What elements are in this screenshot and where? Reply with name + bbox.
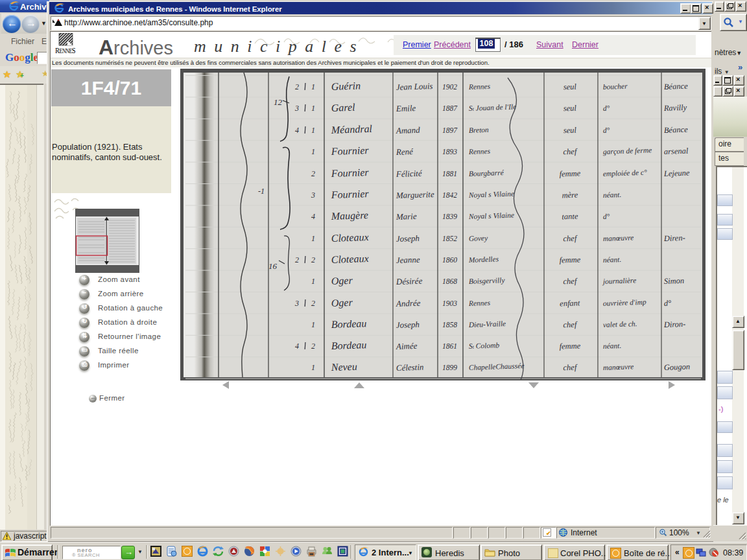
svg-text:chef: chef (563, 147, 578, 157)
svg-text:Jeanne: Jeanne (396, 255, 421, 265)
svg-text:chef: chef (563, 234, 578, 244)
svg-text:Dieu-Vraille: Dieu-Vraille (468, 320, 506, 329)
svg-text:Béance: Béance (664, 82, 689, 91)
svg-text:Félicité: Félicité (396, 169, 423, 179)
svg-text:Béance: Béance (664, 125, 689, 135)
svg-text:1902: 1902 (442, 83, 457, 91)
svg-text:Diron-: Diron- (663, 320, 686, 329)
svg-text:1903: 1903 (442, 299, 457, 307)
svg-text:Neveu: Neveu (331, 361, 358, 373)
svg-text:16: 16 (268, 261, 278, 271)
svg-text:1881: 1881 (442, 170, 457, 178)
svg-text:enfant: enfant (560, 298, 580, 308)
svg-text:2: 2 (311, 255, 315, 264)
svg-text:Garel: Garel (331, 102, 356, 113)
svg-text:2: 2 (295, 82, 299, 91)
svg-text:Simon: Simon (664, 276, 685, 286)
svg-text:boucher: boucher (603, 82, 628, 91)
svg-text:Gougon: Gougon (664, 362, 691, 372)
svg-text:Emile: Emile (396, 103, 416, 113)
svg-text:Mordelles: Mordelles (468, 255, 499, 264)
svg-text:Bordeau: Bordeau (331, 318, 367, 330)
svg-text:1893: 1893 (442, 148, 457, 156)
svg-text:1: 1 (311, 147, 315, 156)
svg-text:2: 2 (295, 255, 299, 264)
svg-text:2: 2 (311, 169, 315, 178)
svg-text:chef: chef (563, 320, 578, 330)
svg-text:d°: d° (603, 126, 610, 134)
svg-text:d°: d° (603, 104, 610, 112)
svg-text:d°: d° (603, 213, 610, 220)
svg-text:Govey: Govey (469, 234, 489, 243)
svg-text:Guérin: Guérin (331, 80, 361, 92)
svg-text:seul: seul (563, 126, 577, 135)
svg-text:1861: 1861 (442, 342, 457, 350)
svg-text:1839: 1839 (442, 213, 457, 220)
svg-text:3: 3 (311, 191, 315, 200)
svg-text:1: 1 (311, 320, 315, 329)
svg-text:Cloteaux: Cloteaux (331, 231, 369, 244)
svg-text:Oger: Oger (331, 297, 353, 309)
svg-text:4: 4 (295, 342, 299, 351)
svg-text:1: 1 (311, 126, 315, 135)
svg-text:Bordeau: Bordeau (331, 339, 367, 351)
svg-text:1842: 1842 (442, 191, 457, 199)
svg-text:tante: tante (562, 212, 578, 222)
svg-text:-1: -1 (258, 187, 265, 196)
svg-text:manœuvre: manœuvre (603, 233, 634, 242)
svg-text:chef: chef (563, 363, 578, 373)
svg-text:femme: femme (559, 169, 581, 178)
svg-text:arsenal: arsenal (664, 146, 689, 156)
svg-text:3: 3 (294, 104, 299, 113)
svg-text:1: 1 (311, 363, 315, 372)
svg-text:Oger: Oger (331, 275, 353, 287)
svg-text:Rennes: Rennes (468, 147, 491, 156)
svg-text:1887: 1887 (442, 104, 458, 112)
svg-text:Ravilly: Ravilly (663, 103, 687, 113)
svg-text:seul: seul (563, 104, 577, 113)
svg-text:2: 2 (311, 299, 315, 308)
svg-text:Rennes: Rennes (468, 82, 491, 91)
svg-text:valet de ch.: valet de ch. (603, 320, 637, 329)
svg-text:1858: 1858 (442, 321, 457, 329)
svg-text:femme: femme (559, 341, 581, 351)
svg-text:seul: seul (563, 82, 577, 92)
svg-text:3: 3 (294, 299, 299, 308)
svg-text:Joseph: Joseph (396, 320, 420, 330)
svg-text:Aimée: Aimée (396, 341, 418, 351)
svg-text:1868: 1868 (442, 277, 457, 285)
svg-text:néant.: néant. (603, 255, 622, 264)
svg-text:1860: 1860 (442, 256, 457, 264)
svg-text:Breton: Breton (469, 126, 490, 134)
svg-text:Joseph: Joseph (396, 233, 420, 244)
svg-text:René: René (396, 146, 414, 157)
svg-text:d°: d° (664, 299, 672, 308)
svg-text:mère: mère (562, 191, 578, 200)
svg-text:Fournier: Fournier (331, 167, 370, 179)
svg-text:femme: femme (559, 255, 581, 264)
svg-text:2: 2 (311, 342, 315, 351)
svg-text:1852: 1852 (442, 235, 457, 242)
svg-text:Célestin: Célestin (396, 362, 424, 373)
svg-text:1897: 1897 (442, 126, 458, 134)
svg-text:Andrée: Andrée (396, 298, 421, 309)
svg-text:Lejeune: Lejeune (663, 169, 690, 178)
svg-text:1: 1 (311, 104, 315, 113)
svg-text:1: 1 (311, 234, 315, 243)
svg-text:néant.: néant. (603, 342, 622, 350)
svg-text:12: 12 (274, 97, 283, 107)
svg-text:Fournier: Fournier (331, 145, 370, 157)
svg-text:1: 1 (311, 277, 315, 286)
svg-text:4: 4 (311, 212, 315, 221)
svg-text:St Jouan de l'Ile: St Jouan de l'Ile (469, 102, 517, 112)
svg-text:1899: 1899 (442, 364, 457, 371)
svg-text:Désirée: Désirée (396, 276, 423, 286)
svg-text:Marguerite: Marguerite (396, 189, 434, 200)
svg-text:Cloteaux: Cloteaux (331, 253, 369, 265)
svg-text:Méandral: Méandral (331, 123, 373, 135)
svg-text:néant.: néant. (603, 191, 622, 199)
svg-text:manœuvre: manœuvre (603, 362, 634, 371)
svg-text:4: 4 (295, 126, 299, 135)
svg-text:Marie: Marie (396, 211, 418, 222)
svg-text:Fournier: Fournier (331, 188, 370, 200)
